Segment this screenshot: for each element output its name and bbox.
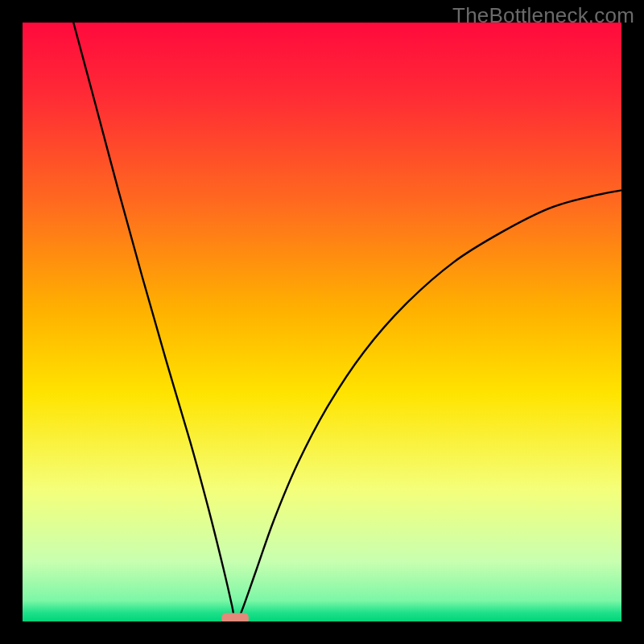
watermark-text: TheBottleneck.com [452, 3, 634, 28]
gradient-background [23, 23, 621, 621]
chart-frame [23, 23, 621, 621]
chart-svg [23, 23, 621, 621]
optimal-marker [221, 613, 248, 621]
